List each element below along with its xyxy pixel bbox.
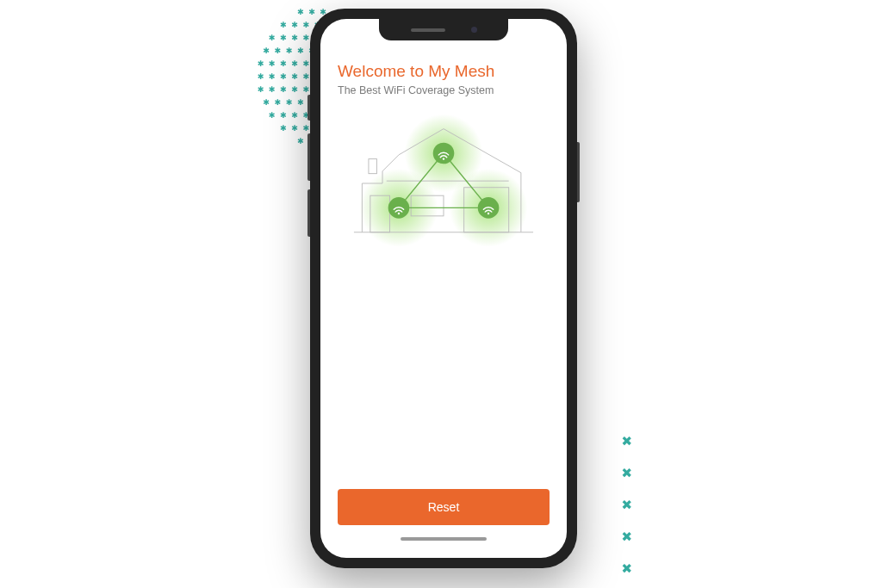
page-title: Welcome to My Mesh <box>338 62 550 81</box>
svg-rect-4 <box>369 159 376 174</box>
svg-point-15 <box>443 158 444 159</box>
phone-screen: Welcome to My Mesh The Best WiFi Coverag… <box>320 19 567 558</box>
mesh-house-illustration <box>338 110 550 257</box>
home-indicator <box>401 537 487 541</box>
decorative-dot-column: ✖ ✖ ✖ ✖ ✖ <box>622 435 632 575</box>
phone-mockup-frame: Welcome to My Mesh The Best WiFi Coverag… <box>310 9 577 568</box>
reset-button[interactable]: Reset <box>338 489 550 525</box>
app-content: Welcome to My Mesh The Best WiFi Coverag… <box>320 19 567 558</box>
svg-point-17 <box>488 213 489 214</box>
svg-point-16 <box>398 213 400 214</box>
page-subtitle: The Best WiFi Coverage System <box>338 84 550 96</box>
phone-notch <box>379 19 508 40</box>
